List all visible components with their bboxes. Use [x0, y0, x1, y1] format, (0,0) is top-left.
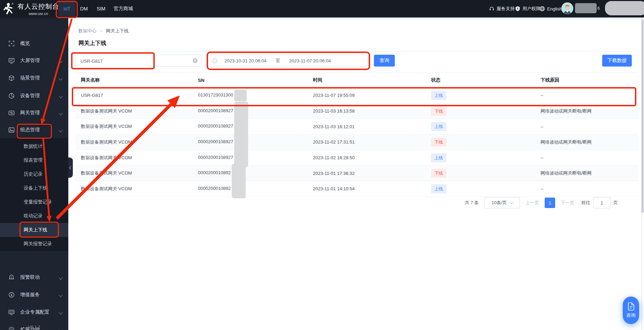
sn-value: 00002000108927: [198, 139, 233, 144]
brand-logo[interactable]: 有人云控制台 www.usr.cn: [3, 0, 59, 17]
goto-page-input[interactable]: [593, 197, 611, 208]
sidebar-collapse-handle[interactable]: [68, 158, 73, 178]
cell-status: 下线: [426, 138, 535, 147]
gateway-icon: [8, 110, 15, 116]
sn-value: 00002000108927: [198, 155, 233, 160]
language-label: English: [547, 6, 562, 11]
sidebar-subitem-var-alarm-records[interactable]: 变量报警记录: [0, 195, 68, 209]
avatar-person-icon: [561, 2, 573, 14]
breadcrumb-current: 网关上下线: [106, 28, 129, 34]
chevron-down-icon: [59, 293, 62, 297]
cell-reason: --: [535, 93, 638, 98]
tab-sim[interactable]: SIM: [92, 0, 110, 17]
sidebar-subitem-gateway-onoff[interactable]: 网关上下线: [0, 223, 68, 237]
table-header-row: 网关名称 SN 时间 状态 下线原因: [75, 72, 638, 88]
corner-redaction-blob: [605, 1, 644, 15]
sidebar-item-label: 增值服务: [20, 292, 40, 298]
overview-icon: [8, 40, 15, 47]
sidebar-subitem-gateway-alarm-records[interactable]: 网关报警记录: [0, 237, 68, 251]
globe-icon: [539, 6, 545, 11]
status-badge: 下线: [431, 169, 446, 178]
consult-label: 咨询: [627, 312, 636, 319]
sidebar-item-scene-mgmt[interactable]: 场景管理: [0, 69, 68, 87]
table-row[interactable]: 数据设备测试网关 VCOM 00002000108927 2023-11-02 …: [75, 135, 638, 150]
gateway-name-input[interactable]: [80, 55, 186, 67]
language-switch[interactable]: English: [539, 0, 562, 17]
support-menu[interactable]: 服务支持: [489, 0, 515, 17]
table-row[interactable]: 数据设备测试网关 VCOM 00002000108927 2023-11-02 …: [75, 150, 638, 166]
sidebar-item-screen-mgmt[interactable]: 大屏管理: [0, 52, 68, 69]
sidebar-item-config-mgmt[interactable]: 组态管理: [0, 121, 68, 139]
subitem-label: 网关上下线: [24, 227, 47, 233]
sidebar-item-enterprise-config[interactable]: 企业专属配置: [0, 304, 68, 321]
query-button[interactable]: 查询: [374, 55, 395, 67]
col-status: 状态: [426, 77, 535, 83]
table-row[interactable]: 数据设备测试网关 VCOM 0000200010892 2023-11-01 1…: [75, 166, 638, 181]
sidebar-subitem-linkage-records[interactable]: 联动记录: [0, 209, 68, 223]
date-start-value[interactable]: 2023-10-31 20:06:04: [224, 58, 267, 63]
cell-gateway-name: 数据设备测试网关 VCOM: [75, 155, 192, 161]
current-page-button[interactable]: 1: [545, 198, 555, 208]
page-title: 网关上下线: [78, 40, 106, 47]
sidebar-item-gateway-mgmt[interactable]: 网关管理: [0, 104, 68, 122]
page-size-select[interactable]: 10条/页: [484, 197, 520, 208]
sn-redaction-blob: [232, 179, 246, 198]
cell-sn: 0000200010892: [192, 169, 307, 178]
cell-reason: 网络波动或网关断电/断网: [535, 139, 638, 145]
pagination: 共 7 条 10条/页 上一页 1 下一页 前往 页: [465, 197, 618, 208]
chevron-down-icon: [59, 76, 62, 80]
breadcrumb-separator: >: [100, 29, 102, 33]
tab-official-store[interactable]: 官方商城: [110, 0, 137, 17]
sidebar-item-value-added-services[interactable]: 增值服务: [0, 286, 68, 304]
next-page-button[interactable]: 下一页: [561, 200, 574, 206]
breadcrumb-data-center[interactable]: 数据中心: [78, 28, 97, 34]
tab-iot[interactable]: IoT: [58, 0, 76, 17]
sidebar-subitem-data-statistics[interactable]: 数据统计: [0, 139, 68, 153]
chevron-down-icon: [59, 111, 62, 115]
avatar[interactable]: [561, 2, 573, 14]
headset-icon: [489, 6, 495, 11]
prev-page-button[interactable]: 上一页: [526, 200, 539, 206]
username-redaction-blob: [575, 3, 597, 13]
sn-value: 00002000108927: [198, 108, 233, 113]
sidebar-subitem-report-mgmt[interactable]: 报表管理: [0, 153, 68, 167]
col-sn: SN: [192, 78, 307, 83]
scrollbar-thumb[interactable]: [642, 20, 644, 213]
subitem-label: 数据统计: [24, 143, 43, 149]
subitem-label: 设备上下线: [24, 185, 47, 191]
sidebar-subitem-device-onoff[interactable]: 设备上下线: [0, 181, 68, 195]
table-row[interactable]: 数据设备测试网关 VCOM 00002000108927 2023-11-03 …: [75, 103, 638, 119]
cell-status: 上线: [426, 122, 535, 131]
sidebar-item-alarm-linkage[interactable]: 报警联动: [0, 269, 68, 286]
cell-gateway-name: USR-G817: [75, 93, 192, 98]
cell-sn: 00002000108927: [192, 107, 307, 116]
table-row[interactable]: 数据设备测试网关 VCOM 00002000108927 2023-11-03 …: [75, 119, 638, 135]
clear-input-icon[interactable]: ✕: [193, 58, 198, 63]
sidebar-subitem-history[interactable]: 历史记录: [0, 167, 68, 181]
sidebar-item-device-mgmt[interactable]: 设备管理: [0, 87, 68, 105]
clock-icon: [212, 58, 217, 63]
status-badge: 上线: [431, 122, 446, 131]
chevron-down-icon: [59, 128, 62, 132]
user-permission-menu[interactable]: 用户权限: [515, 0, 540, 17]
cell-reason: --: [535, 124, 638, 129]
sidebar-item-label: 网关管理: [20, 110, 40, 116]
date-end-value[interactable]: 2023-11-07 20:06:04: [289, 58, 331, 63]
date-range-picker[interactable]: 2023-10-31 20:06:04 至 2023-11-07 20:06:0…: [208, 55, 368, 67]
sidebar-item-overview[interactable]: 概览: [0, 35, 68, 52]
consult-floating-button[interactable]: 咨询: [623, 297, 639, 324]
tab-dm[interactable]: DM: [76, 0, 92, 17]
cell-time: 2023-11-01 17:36:32: [307, 171, 426, 176]
table-row[interactable]: USR-G817 01301723031300 2023-11-07 19:55…: [75, 88, 638, 103]
document-icon: [628, 302, 635, 310]
cell-time: 2023-11-01 14:10:54: [307, 186, 426, 191]
top-navigation-bar: 有人云控制台 www.usr.cn IoT DM SIM 官方商城 服务支持 用…: [0, 0, 644, 17]
cell-gateway-name: 数据设备测试网关 VCOM: [75, 108, 192, 114]
status-badge: 下线: [431, 138, 446, 147]
download-data-button[interactable]: 下载数据: [602, 55, 632, 67]
app-version: V6.1.2: [0, 325, 68, 330]
status-badge: 上线: [431, 91, 446, 100]
table-row[interactable]: 数据设备测试网关 VCOM 0000200010892 2023-11-01 1…: [75, 181, 638, 197]
cell-gateway-name: 数据设备测试网关 VCOM: [75, 170, 192, 176]
col-gateway-name: 网关名称: [75, 77, 192, 83]
